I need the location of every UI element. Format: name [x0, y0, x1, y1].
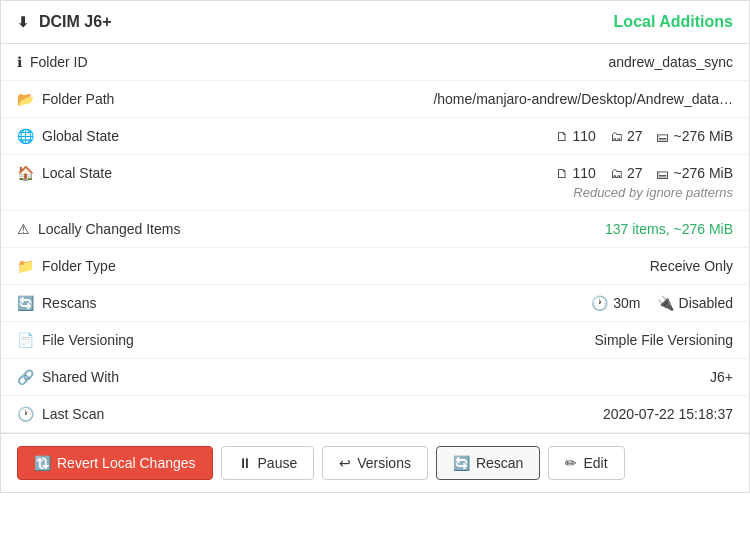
rescan-interval: 🕐 30m	[591, 295, 640, 311]
last-scan-label: 🕐 Last Scan	[17, 406, 197, 422]
rescan-button[interactable]: 🔄 Rescan	[436, 446, 540, 480]
local-files-stat: 🗋 110	[556, 165, 596, 181]
locally-changed-value: 137 items, ~276 MiB	[605, 221, 733, 237]
pause-icon: ⏸	[238, 455, 252, 471]
global-files-stat: 🗋 110	[556, 128, 596, 144]
header: ⬇ DCIM J6+ Local Additions	[1, 1, 749, 44]
folder-path-label: 📂 Folder Path	[17, 91, 197, 107]
folder-id-row: ℹ Folder ID andrew_datas_sync	[1, 44, 749, 81]
local-folders-stat: 🗂 27	[610, 165, 643, 181]
local-state-row: 🏠 Local State 🗋 110 🗂 27 🖴 ~276 MiB	[1, 155, 749, 185]
local-size-stat: 🖴 ~276 MiB	[656, 165, 733, 181]
folder-path-row: 📂 Folder Path /home/manjaro-andrew/Deskt…	[1, 81, 749, 118]
folder-path-value: /home/manjaro-andrew/Desktop/Andrew_data…	[433, 91, 733, 107]
download-icon: ⬇	[17, 14, 29, 30]
local-state-block: 🏠 Local State 🗋 110 🗂 27 🖴 ~276 MiB	[1, 155, 749, 211]
local-additions-badge: Local Additions	[614, 13, 733, 31]
file-versioning-value: Simple File Versioning	[594, 332, 733, 348]
storage-icon: 🖴	[656, 129, 669, 144]
folder-icon: 🗂	[610, 129, 623, 144]
global-state-label: 🌐 Global State	[17, 128, 197, 144]
folder-open-icon: 📂	[17, 91, 34, 107]
folder-title: DCIM J6+	[39, 13, 111, 31]
global-size-stat: 🖴 ~276 MiB	[656, 128, 733, 144]
rescan-watch: 🔌 Disabled	[657, 295, 733, 311]
file-versioning-icon: 📄	[17, 332, 34, 348]
folder-type-icon: 📁	[17, 258, 34, 274]
local-state-stats: 🗋 110 🗂 27 🖴 ~276 MiB	[556, 165, 733, 181]
revert-icon: 🔃	[34, 455, 51, 471]
rescan-label-icon: 🔄	[17, 295, 34, 311]
folder-type-label: 📁 Folder Type	[17, 258, 197, 274]
share-icon: 🔗	[17, 369, 34, 385]
footer: 🔃 Revert Local Changes ⏸ Pause ↩ Version…	[1, 433, 749, 492]
local-file-icon: 🗋	[556, 166, 569, 181]
info-icon: ℹ	[17, 54, 22, 70]
global-state-stats: 🗋 110 🗂 27 🖴 ~276 MiB	[556, 128, 733, 144]
local-state-label: 🏠 Local State	[17, 165, 197, 181]
global-state-value: 🗋 110 🗂 27 🖴 ~276 MiB	[556, 128, 733, 144]
last-scan-icon: 🕐	[17, 406, 34, 422]
local-folder-icon: 🗂	[610, 166, 623, 181]
folder-type-value: Receive Only	[650, 258, 733, 274]
file-versioning-row: 📄 File Versioning Simple File Versioning	[1, 322, 749, 359]
rescans-value: 🕐 30m 🔌 Disabled	[591, 295, 733, 311]
local-storage-icon: 🖴	[656, 166, 669, 181]
globe-icon: 🌐	[17, 128, 34, 144]
local-state-value: 🗋 110 🗂 27 🖴 ~276 MiB	[556, 165, 733, 181]
global-state-row: 🌐 Global State 🗋 110 🗂 27 🖴 ~276 MiB	[1, 118, 749, 155]
versions-icon: ↩	[339, 455, 351, 471]
watch-icon: 🔌	[657, 295, 674, 311]
rescan-btn-icon: 🔄	[453, 455, 470, 471]
versions-button[interactable]: ↩ Versions	[322, 446, 428, 480]
clock-icon: 🕐	[591, 295, 608, 311]
main-container: ⬇ DCIM J6+ Local Additions ℹ Folder ID a…	[0, 0, 750, 493]
locally-changed-label: ⚠ Locally Changed Items	[17, 221, 197, 237]
last-scan-row: 🕐 Last Scan 2020-07-22 15:18:37	[1, 396, 749, 433]
file-versioning-label: 📄 File Versioning	[17, 332, 197, 348]
file-icon: 🗋	[556, 129, 569, 144]
locally-changed-row: ⚠ Locally Changed Items 137 items, ~276 …	[1, 211, 749, 248]
shared-with-row: 🔗 Shared With J6+	[1, 359, 749, 396]
folder-id-value: andrew_datas_sync	[608, 54, 733, 70]
last-scan-value: 2020-07-22 15:18:37	[603, 406, 733, 422]
pause-button[interactable]: ⏸ Pause	[221, 446, 315, 480]
folder-type-row: 📁 Folder Type Receive Only	[1, 248, 749, 285]
rescans-label: 🔄 Rescans	[17, 295, 197, 311]
shared-with-label: 🔗 Shared With	[17, 369, 197, 385]
header-left: ⬇ DCIM J6+	[17, 13, 111, 31]
warning-icon: ⚠	[17, 221, 30, 237]
folder-id-label: ℹ Folder ID	[17, 54, 197, 70]
home-icon: 🏠	[17, 165, 34, 181]
shared-with-value: J6+	[710, 369, 733, 385]
rescans-row: 🔄 Rescans 🕐 30m 🔌 Disabled	[1, 285, 749, 322]
edit-button[interactable]: ✏ Edit	[548, 446, 624, 480]
global-folders-stat: 🗂 27	[610, 128, 643, 144]
edit-icon: ✏	[565, 455, 577, 471]
rescans-stats: 🕐 30m 🔌 Disabled	[591, 295, 733, 311]
revert-local-changes-button[interactable]: 🔃 Revert Local Changes	[17, 446, 213, 480]
local-state-sub-text: Reduced by ignore patterns	[1, 185, 749, 210]
